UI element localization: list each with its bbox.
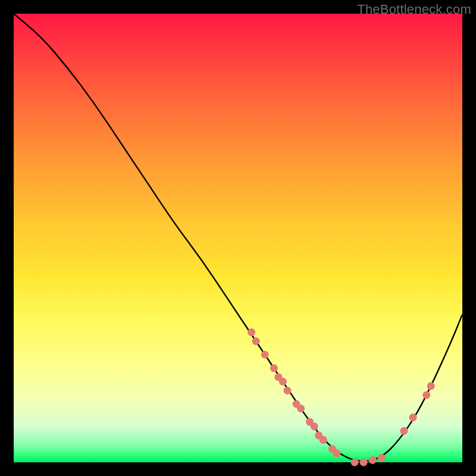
bottleneck-chart-svg (14, 14, 462, 462)
curve-marker (400, 427, 408, 435)
curve-marker (261, 351, 269, 359)
curve-marker (297, 405, 305, 412)
chart-plot-area (14, 14, 462, 462)
curve-marker (270, 364, 278, 372)
curve-marker (311, 422, 318, 430)
curve-marker (369, 456, 377, 464)
curve-markers-group (248, 328, 435, 466)
curve-marker (333, 449, 340, 457)
curve-marker (427, 382, 435, 390)
curve-marker (409, 414, 417, 421)
curve-marker (351, 459, 359, 466)
curve-marker (320, 436, 327, 444)
bottleneck-curve-path (14, 14, 462, 461)
watermark-text: TheBottleneck.com (357, 2, 471, 17)
curve-marker (360, 459, 368, 466)
curve-marker (378, 454, 386, 462)
curve-marker (279, 378, 287, 386)
curve-marker (283, 387, 291, 394)
curve-marker (248, 328, 255, 336)
curve-marker (422, 391, 430, 399)
curve-marker (252, 337, 260, 345)
